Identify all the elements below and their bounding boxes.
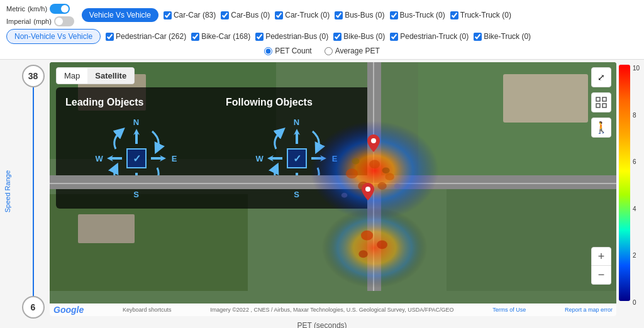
average-pet-radio[interactable] bbox=[325, 47, 333, 55]
zoom-out-icon: − bbox=[598, 268, 605, 282]
heatmap-overlay bbox=[50, 62, 616, 303]
svg-rect-22 bbox=[596, 104, 600, 107]
satellite-button[interactable]: Satellite bbox=[87, 68, 134, 84]
bottom-bar: PET (seconds) 2s bbox=[0, 319, 644, 328]
non-vehicle-vs-vehicle-button[interactable]: Non-Vehicle Vs Vehicle bbox=[6, 29, 101, 44]
map-type-controls: Map Satellite bbox=[56, 67, 135, 84]
svg-point-6 bbox=[377, 182, 386, 190]
speed-track-line bbox=[33, 87, 34, 296]
satellite-background bbox=[50, 62, 616, 303]
pedestrian-car-checkbox[interactable] bbox=[106, 33, 114, 41]
scale-8: 8 bbox=[633, 112, 640, 119]
imperial-toggle[interactable] bbox=[54, 16, 74, 26]
svg-point-7 bbox=[361, 231, 373, 241]
grid-button[interactable] bbox=[591, 92, 611, 112]
map-button[interactable]: Map bbox=[57, 68, 87, 84]
metric-sublabel: (km/h) bbox=[28, 5, 47, 13]
svg-point-10 bbox=[382, 167, 390, 173]
svg-point-8 bbox=[377, 241, 387, 249]
bike-truck-checkbox-item[interactable]: Bike-Truck (0) bbox=[474, 32, 531, 41]
scale-6: 6 bbox=[633, 158, 640, 165]
speed-range-label: Speed Range bbox=[4, 170, 11, 212]
imperial-sublabel: (mph) bbox=[33, 18, 52, 25]
svg-point-1 bbox=[321, 207, 427, 288]
zoom-out-button[interactable]: − bbox=[591, 266, 611, 285]
vehicle-vs-vehicle-button[interactable]: Vehicle Vs Vehicle bbox=[82, 8, 158, 22]
speed-top-value: 38 bbox=[22, 65, 45, 87]
svg-rect-20 bbox=[596, 97, 600, 101]
pedestrian-truck-checkbox[interactable] bbox=[390, 33, 398, 41]
metric-toggle[interactable] bbox=[50, 4, 70, 14]
pet-count-radio-item[interactable]: PET Count bbox=[264, 46, 311, 55]
person-button[interactable]: 🚶 bbox=[591, 118, 611, 138]
svg-point-15 bbox=[365, 187, 370, 192]
map-attribution-bar: Google Keyboard shortcuts Imagery ©2022 … bbox=[50, 303, 616, 316]
map-container[interactable]: Leading Objects N S E W bbox=[50, 62, 616, 316]
zoom-in-icon: + bbox=[598, 250, 605, 263]
car-car-checkbox[interactable] bbox=[164, 11, 172, 19]
bus-truck-checkbox[interactable] bbox=[390, 11, 398, 19]
scale-max: 10 bbox=[633, 65, 640, 72]
map-pin-1 bbox=[367, 134, 380, 155]
color-scale-sidebar: 10 8 6 4 2 0 bbox=[619, 60, 644, 319]
truck-truck-checkbox[interactable] bbox=[450, 11, 458, 19]
svg-point-12 bbox=[394, 183, 401, 189]
bike-car-checkbox-item[interactable]: Bike-Car (168) bbox=[191, 32, 250, 41]
terms-of-use[interactable]: Terms of Use bbox=[492, 307, 526, 313]
google-logo: Google bbox=[53, 305, 84, 315]
car-bus-checkbox-item[interactable]: Car-Bus (0) bbox=[221, 11, 270, 19]
fullscreen-icon: ⤢ bbox=[597, 72, 605, 82]
svg-point-2 bbox=[346, 168, 358, 178]
imperial-label: Imperial bbox=[6, 18, 31, 25]
bike-car-checkbox[interactable] bbox=[191, 33, 199, 41]
map-inner: Leading Objects N S E W bbox=[50, 62, 616, 316]
bike-bus-checkbox-item[interactable]: Bike-Bus (0) bbox=[333, 32, 385, 41]
svg-point-13 bbox=[341, 193, 348, 198]
zoom-controls: + − bbox=[591, 247, 611, 285]
svg-point-11 bbox=[352, 158, 360, 165]
main-content: Speed Range 38 6 bbox=[0, 60, 644, 319]
car-truck-checkbox[interactable] bbox=[275, 11, 283, 19]
svg-point-14 bbox=[371, 138, 376, 143]
car-truck-checkbox-item[interactable]: Car-Truck (0) bbox=[275, 11, 330, 19]
color-scale-bar bbox=[619, 65, 630, 301]
pedestrian-truck-checkbox-item[interactable]: Pedestrian-Truck (0) bbox=[390, 32, 469, 41]
car-bus-checkbox[interactable] bbox=[221, 11, 229, 19]
fullscreen-button[interactable]: ⤢ bbox=[591, 67, 611, 87]
truck-truck-checkbox-item[interactable]: Truck-Truck (0) bbox=[450, 11, 511, 19]
bus-bus-checkbox-item[interactable]: Bus-Bus (0) bbox=[335, 11, 384, 19]
scale-min: 0 bbox=[633, 299, 640, 306]
keyboard-shortcuts[interactable]: Keyboard shortcuts bbox=[123, 307, 172, 313]
bus-truck-checkbox-item[interactable]: Bus-Truck (0) bbox=[390, 11, 445, 19]
scale-4: 4 bbox=[633, 205, 640, 212]
person-icon: 🚶 bbox=[594, 121, 608, 134]
svg-point-9 bbox=[358, 250, 367, 258]
zoom-in-button[interactable]: + bbox=[591, 247, 611, 266]
grid-icon bbox=[596, 97, 607, 108]
average-pet-radio-item[interactable]: Average PET bbox=[325, 46, 380, 55]
bike-bus-checkbox[interactable] bbox=[333, 33, 341, 41]
top-bar: Metric (km/h) Imperial (mph) Vehicle Vs … bbox=[0, 0, 644, 60]
bike-truck-checkbox[interactable] bbox=[474, 33, 482, 41]
report-map-error[interactable]: Report a map error bbox=[565, 307, 613, 313]
pet-count-radio[interactable] bbox=[264, 47, 272, 55]
scale-2: 2 bbox=[633, 252, 640, 259]
bus-bus-checkbox[interactable] bbox=[335, 11, 343, 19]
pedestrian-bus-checkbox-item[interactable]: Pedestrian-Bus (0) bbox=[255, 32, 328, 41]
metric-imperial-toggles: Metric (km/h) Imperial (mph) bbox=[6, 4, 74, 26]
speed-bottom-value: 6 bbox=[22, 296, 45, 319]
pet-axis-label: PET (seconds) bbox=[3, 321, 641, 328]
scale-labels: 10 8 6 4 2 0 bbox=[633, 65, 640, 306]
svg-rect-23 bbox=[602, 104, 606, 107]
imagery-info: Imagery ©2022 , CNES / Airbus, Maxar Tec… bbox=[210, 307, 453, 313]
svg-point-4 bbox=[385, 173, 394, 180]
metric-label: Metric bbox=[6, 5, 25, 13]
pedestrian-car-checkbox-item[interactable]: Pedestrian-Car (262) bbox=[106, 32, 186, 41]
pedestrian-bus-checkbox[interactable] bbox=[255, 33, 264, 41]
svg-point-3 bbox=[369, 160, 380, 169]
car-car-checkbox-item[interactable]: Car-Car (83) bbox=[164, 11, 216, 19]
map-pin-2 bbox=[362, 183, 374, 203]
svg-rect-21 bbox=[602, 97, 606, 101]
speed-sidebar: Speed Range 38 6 bbox=[0, 60, 47, 319]
